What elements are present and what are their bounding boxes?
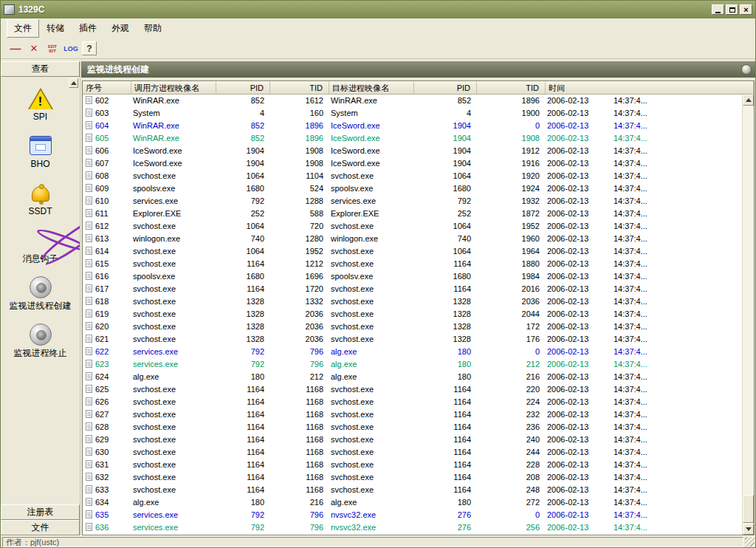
column-header-index[interactable]: 序号 [83,81,131,95]
table-row[interactable]: 607 IceSword.exe 1904 1908 IceSword.exe … [83,157,742,170]
table-row[interactable]: 610 services.exe 792 1288 services.exe 7… [83,195,742,208]
table-row[interactable]: 630 svchost.exe 1164 1168 svchost.exe 11… [83,446,742,459]
menu-file[interactable]: 文件 [7,19,39,38]
panel-sphere-icon[interactable] [741,64,752,75]
minimize-icon [715,12,721,13]
table-row[interactable]: 604 WinRAR.exe 852 1896 IceSword.exe 190… [83,120,742,132]
cell-target-tid: 248 [477,484,546,496]
cell-target-pid: 1064 [414,170,477,182]
panel-header: 监视进线程创建 [81,61,755,78]
table-row[interactable]: 635 services.exe 792 796 nvsvc32.exe 276… [83,509,742,521]
cell-target-tid: 224 [477,396,546,408]
scrollbar-thumb[interactable] [743,495,754,523]
scroll-down-button[interactable] [743,524,754,535]
cell-caller-pid: 1164 [216,446,270,459]
cell-target-image: nvsvc32.exe [329,509,414,521]
cell-target-image: svchost.exe [329,396,414,408]
resize-grip-icon[interactable] [745,537,755,547]
table-row[interactable]: 614 svchost.exe 1064 1952 svchost.exe 10… [83,245,742,258]
table-row[interactable]: 603 System 4 160 System 4 1900 2006-02-1… [83,107,742,120]
cell-caller-tid: 212 [270,371,329,383]
column-header-caller-pid[interactable]: PID [216,81,270,95]
table-row[interactable]: 631 svchost.exe 1164 1168 svchost.exe 11… [83,459,742,471]
sidebar-item-bho[interactable]: BHO [1,134,80,169]
column-header-target[interactable]: 目标进程映像名 [329,81,414,95]
table-row[interactable]: 613 winlogon.exe 740 1280 winlogon.exe 7… [83,233,742,245]
cell-caller-image: System [131,107,216,120]
title-bar[interactable]: 1329C × [1,1,755,18]
table-row[interactable]: 602 WinRAR.exe 852 1612 WinRAR.exe 852 1… [83,95,742,107]
table-row[interactable]: 633 svchost.exe 1164 1168 svchost.exe 11… [83,484,742,496]
cell-caller-tid: 796 [270,509,329,521]
edt-idt-icon[interactable]: EDT IDT [45,41,60,56]
sidebar-item-monitor-process-terminate[interactable]: 监视进程终止 [1,323,80,358]
table-row[interactable]: 629 svchost.exe 1164 1168 svchost.exe 11… [83,434,742,446]
sidebar-item-monitor-thread-create[interactable]: 监视进线程创建 [1,276,80,311]
scroll-up-button[interactable] [743,95,754,106]
table-row[interactable]: 612 svchost.exe 1064 720 svchost.exe 106… [83,220,742,233]
event-icon [86,397,92,405]
table-row[interactable]: 621 svchost.exe 1328 2036 svchost.exe 13… [83,333,742,346]
sidebar-scroll-up-button[interactable] [69,78,78,88]
help-icon[interactable]: ? [82,41,97,55]
cell-caller-tid: 1908 [270,145,329,157]
table-row[interactable]: 625 svchost.exe 1164 1168 svchost.exe 11… [83,383,742,396]
sidebar-icon-list: ! SPI BHO SSDT 消息钩子 [1,77,80,504]
event-icon [86,347,92,355]
table-row[interactable]: 634 alg.exe 180 216 alg.exe 180 272 2006… [83,496,742,509]
sidebar-item-ssdt[interactable]: SSDT [1,182,80,216]
table-row[interactable]: 611 Explorer.EXE 252 588 Explorer.EXE 25… [83,208,742,220]
cell-time: 2006-02-1314:37:4... [546,182,742,195]
table-row[interactable]: 624 alg.exe 180 212 alg.exe 180 216 2006… [83,371,742,383]
sidebar-item-message-hook[interactable]: 消息钩子 [1,229,80,264]
table-row[interactable]: 623 services.exe 792 796 alg.exe 180 212… [83,358,742,371]
table-row[interactable]: 608 svchost.exe 1064 1104 svchost.exe 10… [83,170,742,182]
table-row[interactable]: 616 spoolsv.exe 1680 1696 spoolsv.exe 16… [83,270,742,283]
table-row[interactable]: 609 spoolsv.exe 1680 524 spoolsv.exe 168… [83,182,742,195]
view-group-button[interactable]: 查看 [1,61,80,77]
table-row[interactable]: 606 IceSword.exe 1904 1908 IceSword.exe … [83,145,742,157]
table-row[interactable]: 620 svchost.exe 1328 2036 svchost.exe 13… [83,321,742,333]
table-row[interactable]: 605 WinRAR.exe 852 1896 IceSword.exe 190… [83,132,742,145]
remove-icon[interactable]: — [8,41,23,56]
cell-caller-pid: 1164 [216,421,270,434]
minimize-button[interactable] [712,4,724,15]
cell-target-pid: 1164 [414,421,477,434]
log-icon[interactable]: LOG [63,41,78,56]
table-row[interactable]: 627 svchost.exe 1164 1168 svchost.exe 11… [83,408,742,421]
column-header-time[interactable]: 时间 [546,81,754,95]
table-row[interactable]: 615 svchost.exe 1164 1212 svchost.exe 11… [83,258,742,270]
column-header-target-pid[interactable]: PID [414,81,477,95]
table-row[interactable]: 618 svchost.exe 1328 1332 svchost.exe 13… [83,295,742,308]
table-row[interactable]: 626 svchost.exe 1164 1168 svchost.exe 11… [83,396,742,408]
sidebar-item-spi[interactable]: ! SPI [1,87,80,122]
cell-target-tid: 2044 [477,308,546,321]
vertical-scrollbar[interactable] [742,95,754,535]
cell-target-tid: 0 [477,120,546,132]
file-group-button[interactable]: 文件 [1,520,80,535]
menu-dump[interactable]: 转储 [39,19,72,38]
cell-target-tid: 1932 [477,195,546,208]
table-row[interactable]: 628 svchost.exe 1164 1168 svchost.exe 11… [83,421,742,434]
table-row[interactable]: 619 svchost.exe 1328 2036 svchost.exe 13… [83,308,742,321]
table-row[interactable]: 617 svchost.exe 1164 1720 svchost.exe 11… [83,283,742,295]
cell-caller-tid: 1168 [270,434,329,446]
table-row[interactable]: 632 svchost.exe 1164 1168 svchost.exe 11… [83,471,742,484]
column-header-caller[interactable]: 调用方进程映像名 [131,81,216,95]
table-row[interactable]: 636 services.exe 792 796 nvsvc32.exe 276… [83,521,742,534]
restore-button[interactable] [726,4,738,15]
column-header-caller-tid[interactable]: TID [270,81,329,95]
cell-caller-tid: 1212 [270,258,329,270]
cell-target-image: System [329,107,414,120]
event-icon [86,410,92,418]
cell-caller-image: WinRAR.exe [131,132,216,145]
close-button[interactable]: × [740,4,752,15]
delete-icon[interactable]: ✕ [27,41,41,56]
menu-plugin[interactable]: 插件 [72,19,104,38]
table-row[interactable]: 622 services.exe 792 796 alg.exe 180 0 2… [83,346,742,358]
menu-help[interactable]: 帮助 [137,19,169,38]
cell-target-tid: 272 [477,496,546,509]
column-header-target-tid[interactable]: TID [477,81,546,95]
menu-appearance[interactable]: 外观 [104,19,137,38]
registry-group-button[interactable]: 注册表 [1,504,80,520]
